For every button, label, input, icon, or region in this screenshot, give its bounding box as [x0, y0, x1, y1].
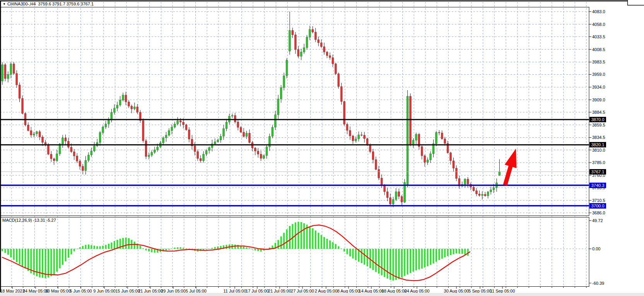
price-tick-label: 4083.0 — [592, 9, 605, 14]
level-price-tag: 3700.0 — [589, 203, 606, 209]
up-arrow-annotation[interactable] — [503, 149, 517, 186]
price-tick-label: 3884.5 — [592, 110, 605, 115]
level-price-tag: 3870.0 — [589, 117, 606, 122]
price-tick-label: 3686.0 — [592, 210, 605, 216]
price-tick-label: 4033.5 — [592, 34, 605, 39]
level-price-tag: 3820.1 — [589, 142, 606, 147]
price-tick-label: 3983.5 — [592, 60, 605, 65]
macd-indicator-values: -13.31 -5.27 — [33, 218, 56, 222]
price-tick-label: 3710.5 — [592, 198, 605, 203]
candles — [2, 12, 501, 207]
ohlc-readout: 3759.6 3791.7 3759.6 3767.1 — [38, 2, 94, 6]
macd-tick-label: -60.39 — [592, 281, 604, 286]
chart-canvas[interactable] — [0, 0, 644, 296]
price-tick-label: 3834.5 — [592, 135, 605, 140]
price-tick-label: 3934.0 — [592, 85, 605, 90]
price-tick-label: 3810.0 — [592, 148, 605, 153]
price-tick-label: 3909.0 — [592, 98, 605, 103]
macd-histogram — [2, 222, 469, 281]
macd-indicator-label: MACD(12,26,9) -13.31 -5.27 — [2, 218, 56, 222]
macd-indicator-name: MACD(12,26,9) — [2, 218, 32, 222]
macd-tick-label: 0.00 — [592, 246, 600, 252]
chart-title-bar: ▼CHINA300-,H4 3759.6 3791.7 3759.6 3767.… — [3, 2, 94, 6]
price-tick-label: 4058.0 — [592, 22, 605, 27]
mt4-chart-window: ▼CHINA300-,H4 3759.6 3791.7 3759.6 3767.… — [0, 0, 644, 296]
level-price-tag: 3740.3 — [589, 183, 606, 188]
macd-panel-border — [0, 217, 589, 287]
bid-price-tag: 3767.1 — [589, 169, 606, 175]
price-tick-label: 3859.5 — [592, 123, 605, 128]
macd-signal-line — [2, 225, 470, 281]
bottom-strip — [0, 293, 644, 296]
symbol-period-label: CHINA300-,H4 — [7, 2, 36, 6]
window-top-border — [0, 0, 628, 2]
price-tick-label: 4008.5 — [592, 47, 605, 52]
price-tick-label: 3785.0 — [592, 160, 605, 165]
price-tick-label: 3959.0 — [592, 72, 605, 77]
window-left-border — [0, 0, 1, 292]
symbol-dropdown-icon[interactable]: ▼ — [3, 2, 6, 6]
macd-tick-label: 49.72 — [592, 218, 603, 223]
